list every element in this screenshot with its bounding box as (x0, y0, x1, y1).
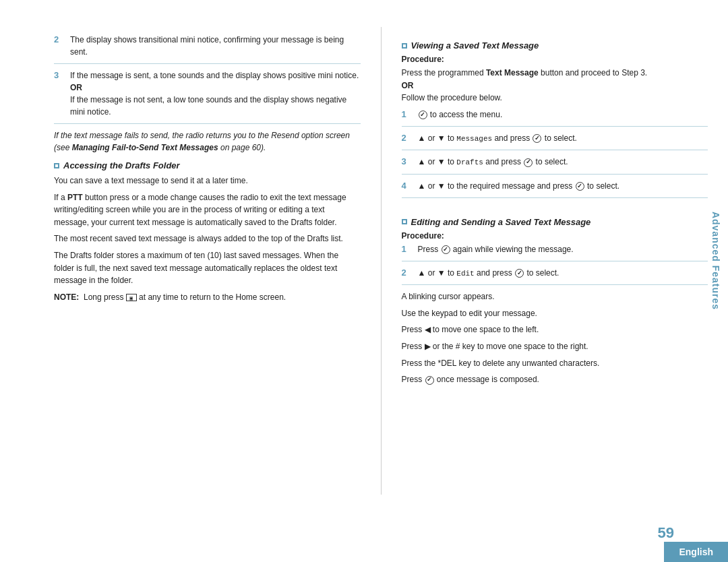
left-column: 2 The display shows transitional mini no… (0, 27, 382, 495)
heading-icon (54, 163, 59, 168)
ok-icon-1: ✓ (419, 111, 427, 119)
step-num-3: 3 (54, 70, 66, 80)
step-3: 3 If the message is sent, a tone sounds … (54, 69, 361, 124)
drafts-para-3: The most recent saved text message is al… (54, 232, 361, 245)
view-step-num-4: 4 (402, 181, 414, 191)
view-step-text-4: ▲ or ▼ to the required message and press… (418, 180, 620, 192)
view-step-4: 4 ▲ or ▼ to the required message and pre… (402, 180, 708, 198)
edit-bullet-4: Press ▶ or the # key to move one space t… (402, 340, 708, 353)
edit-step-num-2: 2 (402, 268, 414, 278)
edit-step-text-2: ▲ or ▼ to Edit and press ✓ to select. (418, 267, 559, 280)
viewing-title: Viewing a Saved Text Message (411, 40, 539, 51)
step-text-2: The display shows transitional mini noti… (70, 34, 361, 58)
ok-icon-5: ✓ (442, 245, 450, 254)
edit-step-text-1: Press ✓ again while viewing the message. (418, 243, 574, 255)
drafts-para-2: If a PTT button press or a mode change c… (54, 191, 361, 229)
side-label-text: Advanced Features (710, 212, 721, 310)
view-step-1: 1 ✓ to access the menu. (402, 108, 708, 127)
view-step-2: 2 ▲ or ▼ to Messages and press ✓ to sele… (402, 132, 708, 151)
drafts-para-4: The Drafts folder stores a maximum of te… (54, 249, 361, 287)
edit-bullet-1: A blinking cursor appears. (402, 290, 708, 303)
english-badge: English (664, 542, 728, 562)
view-step-text-1: ✓ to access the menu. (418, 108, 503, 121)
accessing-drafts-title: Accessing the Drafts Folder (63, 160, 180, 170)
italic-note: If the text message fails to send, the r… (54, 129, 361, 154)
view-step-text-3: ▲ or ▼ to Drafts and press ✓ to select. (418, 156, 568, 168)
view-step-num-1: 1 (402, 109, 414, 119)
ok-icon-3: ✓ (524, 158, 533, 167)
page-container: 2 The display shows transitional mini no… (0, 0, 728, 562)
edit-step-1: 1 Press ✓ again while viewing the messag… (402, 243, 708, 261)
editing-icon (402, 219, 407, 224)
view-procedure-note: Press the programmed Text Message button… (402, 67, 708, 104)
content-area: 2 The display shows transitional mini no… (0, 27, 728, 495)
edit-bullet-5: Press the *DEL key to delete any unwante… (402, 357, 708, 370)
view-step-num-3: 3 (402, 156, 414, 166)
step-num-2: 2 (54, 34, 66, 44)
view-step-num-2: 2 (402, 133, 414, 143)
step-text-3: If the message is sent, a tone sounds an… (70, 69, 361, 118)
edit-step-num-1: 1 (402, 244, 414, 254)
step-2: 2 The display shows transitional mini no… (54, 34, 361, 64)
editing-title: Editing and Sending a Saved Text Message (411, 217, 591, 227)
ok-icon-7: ✓ (425, 376, 434, 385)
right-column: Viewing a Saved Text Message Procedure: … (382, 27, 729, 495)
viewing-icon (402, 43, 407, 49)
view-step-3: 3 ▲ or ▼ to Drafts and press ✓ to select… (402, 156, 708, 175)
edit-bullet-2: Use the keypad to edit your message. (402, 307, 708, 320)
ok-icon-4: ✓ (576, 182, 584, 191)
viewing-heading: Viewing a Saved Text Message (402, 40, 708, 51)
edit-bullet-6: Press ✓ once message is composed. (402, 373, 708, 386)
edit-step-2: 2 ▲ or ▼ to Edit and press ✓ to select. (402, 267, 708, 286)
editing-heading: Editing and Sending a Saved Text Message (402, 217, 708, 227)
edit-bullet-3: Press ◀ to move one space to the left. (402, 323, 708, 336)
drafts-para-1: You can save a text message to send it a… (54, 175, 361, 187)
side-label: Advanced Features (704, 27, 728, 495)
accessing-drafts-heading: Accessing the Drafts Folder (54, 160, 361, 170)
ok-icon-2: ✓ (533, 134, 541, 143)
ok-icon-6: ✓ (515, 269, 524, 278)
view-step-text-2: ▲ or ▼ to Messages and press ✓ to select… (418, 132, 577, 145)
procedure-label-1: Procedure: (402, 55, 708, 64)
page-number: 59 (658, 524, 674, 542)
note-line: NOTE: Long press ▣ at any time to return… (54, 291, 361, 303)
procedure-label-2: Procedure: (402, 231, 708, 241)
